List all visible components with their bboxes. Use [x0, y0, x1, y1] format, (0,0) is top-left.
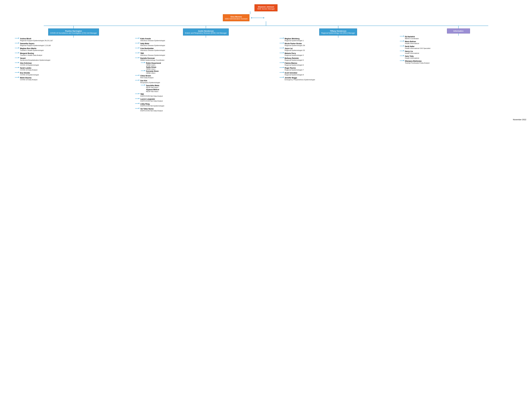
staff-item: Bethany Reimink Regional Epidemiologist … [280, 57, 398, 61]
informatics-column: Informatics Ed Hartwick MDSS Coordinator [398, 26, 519, 65]
erie-staff-list: Katie Arends Infectious Disease Epidemio… [134, 38, 278, 113]
informatics-box: Informatics [447, 28, 470, 34]
staff-item: Melanie Perry Regional Epidemiologist 3 [280, 52, 398, 56]
footer-date: November 2022 [513, 119, 526, 121]
gina-name: Gina Moreno [225, 16, 247, 18]
staff-item: TBD Infectious Disease Epidemiologist [135, 52, 278, 56]
shannon-box: Shannon Johnson SIDE Section Manager [255, 4, 277, 11]
staff-item: Henry Liu Health Informaticist [400, 50, 519, 54]
staff-item: Vacant Syndromic/Hospitalization Epidemi… [15, 57, 134, 61]
staff-item: Margaret Bushey Traveler's Health Data A… [15, 52, 134, 56]
org-chart: Shannon Johnson SIDE Section Manager Gin… [3, 4, 529, 121]
staff-item: Mario Beltran Health Informaticist [400, 41, 519, 44]
reu-column: Tiffany Henderson Regional Epidemiology … [278, 26, 398, 82]
staff-item: Libby Reeg IHSP/COVID-Net Epidemiologist [135, 103, 278, 107]
gina-box: Gina Moreno SIDE Administrative Assistan… [223, 14, 249, 21]
gina-title: SIDE Administrative Assistant [225, 18, 247, 20]
csi-title: COVID-19 Surveillance and Investigation … [50, 32, 97, 34]
staff-item: Ena Omoike COVID-19 Epidemiologist [15, 72, 134, 76]
staff-item: Val Tellez Nunez IHSP/COVID-Net Data Ana… [135, 108, 278, 112]
respnet-interns: Sanchitha Meda RESP-Net Intern Alyanna M… [141, 84, 278, 92]
staff-item: Danielle Donovan OBNE Epidemiology Coord… [135, 57, 278, 61]
staff-item: Nicole Parker-Strobe Regional Epidemiolo… [280, 43, 398, 46]
staff-item: Alex Kohrman COVID-19 Epidemiologist [15, 62, 134, 66]
obne-interns: Robin Deyarmond OBNE Intern Sadia Almas … [141, 62, 278, 74]
erie-column: Justin Henderson Enteric and Respiratory… [134, 26, 278, 113]
staff-item: Samantha Sayers Regional Support Epidemi… [15, 43, 134, 46]
staff-item: Sue Kim Respiratory Epidemiologist [135, 80, 278, 84]
staff-item: Fatema Mamou Regional Epidemiologist 6 [280, 62, 398, 66]
staff-item: Lauren Leegwater IHSP/COVID-Net Data Ana… [135, 98, 278, 102]
shannon-title: SIDE Section Manager [256, 8, 276, 10]
staff-item: Andrea Miceli Regional Support Epidemiol… [15, 38, 134, 41]
informatics-staff-list: Ed Hartwick MDSS Coordinator Mario Beltr… [398, 36, 519, 65]
staff-item: Ed Hartwick MDSS Coordinator [400, 36, 519, 39]
staff-item: Mohit Sharma COVID-19 Data Analyst [15, 77, 134, 81]
staff-item: Derik Haller Health Informaticist/ GIS S… [400, 46, 519, 49]
staff-item: Scott Schreiber Regional Epidemiologist … [280, 72, 398, 76]
erie-box: Justin Henderson Enteric and Respiratory… [183, 28, 229, 36]
erie-title: Enteric and Respiratory Illnesses (ERIE)… [185, 32, 227, 34]
csi-column: Pauline Harrington COVID-19 Surveillance… [13, 26, 134, 82]
staff-item: Roger Racine Regional Epidemiologist 7 [280, 67, 398, 71]
staff-item: Meghan Weinberg Regional Epidemiologist … [280, 38, 398, 41]
csi-name: Pauline Harrington [50, 30, 97, 32]
staff-item: TBD IHSP/COVID-Net Data Analyst [135, 93, 278, 97]
csi-box: Pauline Harrington COVID-19 Surveillance… [48, 28, 99, 36]
staff-item: Joyce Lai Regional Epidemiologist 2S [280, 47, 398, 51]
shannon-name: Shannon Johnson [256, 6, 276, 8]
staff-item: Sarah Landes COVID-19 Data Analyst [15, 67, 134, 71]
staff-item: Nilanjana Mukherjee Testing Prioritizati… [400, 60, 519, 64]
staff-item: Katie Arends Infectious Disease Epidemio… [135, 38, 278, 41]
staff-item: Chloe Brown RSV Data Analyst [135, 75, 278, 78]
reu-box: Tiffany Henderson Regional Epidemiology … [319, 28, 357, 36]
erie-name: Justin Henderson [185, 30, 227, 32]
staff-item: Zaire Totty Health Informaticist [400, 55, 519, 59]
staff-item: Jennifer Beggs Emergency Preparedness Ep… [280, 77, 398, 81]
staff-item: Sally Bidol Infectious Disease Epidemiol… [135, 43, 278, 46]
reu-name: Tiffany Henderson [321, 30, 355, 32]
informatics-name: Informatics [449, 30, 468, 32]
reu-staff-list: Meghan Weinberg Regional Epidemiologist … [278, 38, 398, 82]
footer: November 2022 [3, 119, 529, 121]
csi-staff-list: Andrea Miceli Regional Support Epidemiol… [13, 38, 134, 82]
top-layout: Shannon Johnson SIDE Section Manager Gin… [3, 4, 529, 113]
staff-item: Cole Burkholder Infectious Disease Epide… [135, 47, 278, 51]
shannon-level: Shannon Johnson SIDE Section Manager [255, 4, 277, 11]
staff-item: Meghan Burr-Martin Traveler's Health Epi… [15, 47, 134, 51]
reu-title: Regional Epidemiology Unit (REU) Manager [321, 32, 355, 34]
